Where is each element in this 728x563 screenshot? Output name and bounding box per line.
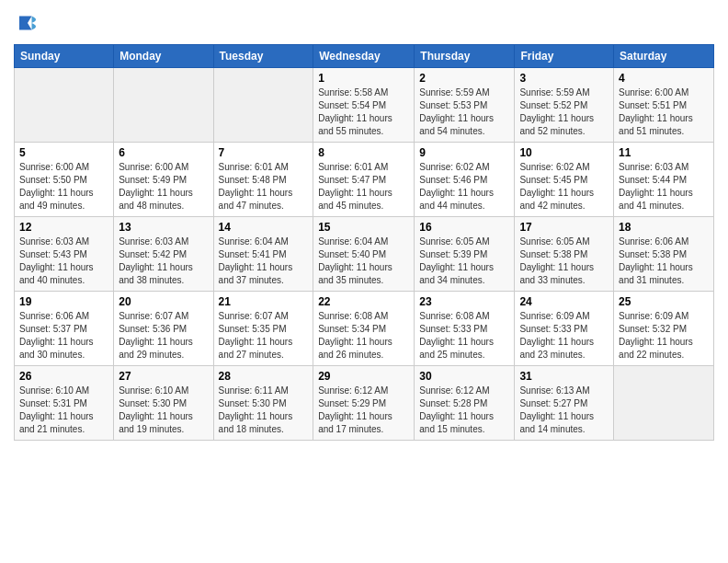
weekday-header-wednesday: Wednesday [313, 45, 415, 68]
weekday-header-thursday: Thursday [415, 45, 515, 68]
logo-icon [14, 9, 41, 37]
calendar-cell: 26Sunrise: 6:10 AMSunset: 5:31 PMDayligh… [15, 366, 114, 441]
day-info: Sunrise: 6:09 AMSunset: 5:32 PMDaylight:… [619, 310, 709, 362]
weekday-header-monday: Monday [114, 45, 213, 68]
day-info: Sunrise: 6:00 AMSunset: 5:50 PMDaylight:… [19, 161, 108, 213]
day-info: Sunrise: 6:03 AMSunset: 5:43 PMDaylight:… [19, 236, 108, 287]
calendar-cell: 5Sunrise: 6:00 AMSunset: 5:50 PMDaylight… [15, 143, 114, 217]
day-info: Sunrise: 6:07 AMSunset: 5:36 PMDaylight:… [119, 310, 208, 362]
day-number: 20 [119, 295, 208, 308]
calendar-cell: 31Sunrise: 6:13 AMSunset: 5:27 PMDayligh… [515, 366, 614, 441]
calendar-cell: 23Sunrise: 6:08 AMSunset: 5:33 PMDayligh… [415, 292, 515, 366]
calendar-cell: 20Sunrise: 6:07 AMSunset: 5:36 PMDayligh… [114, 292, 213, 366]
day-info: Sunrise: 5:59 AMSunset: 5:52 PMDaylight:… [519, 86, 609, 138]
day-info: Sunrise: 6:08 AMSunset: 5:33 PMDaylight:… [419, 310, 509, 362]
day-info: Sunrise: 6:11 AMSunset: 5:30 PMDaylight:… [219, 385, 309, 436]
calendar-cell: 27Sunrise: 6:10 AMSunset: 5:30 PMDayligh… [114, 366, 213, 441]
calendar-week-5: 26Sunrise: 6:10 AMSunset: 5:31 PMDayligh… [15, 366, 714, 441]
calendar-cell [15, 68, 114, 143]
day-info: Sunrise: 6:09 AMSunset: 5:33 PMDaylight:… [519, 310, 609, 362]
day-number: 31 [519, 370, 609, 383]
day-number: 13 [119, 221, 208, 234]
day-number: 5 [19, 146, 108, 159]
day-number: 28 [219, 370, 309, 383]
calendar-cell: 24Sunrise: 6:09 AMSunset: 5:33 PMDayligh… [515, 292, 614, 366]
calendar-cell: 2Sunrise: 5:59 AMSunset: 5:53 PMDaylight… [415, 68, 515, 143]
calendar-cell [213, 68, 313, 143]
calendar-cell: 1Sunrise: 5:58 AMSunset: 5:54 PMDaylight… [313, 68, 415, 143]
day-number: 9 [419, 146, 509, 159]
day-number: 26 [19, 370, 108, 383]
day-number: 10 [519, 146, 609, 159]
weekday-header-sunday: Sunday [15, 45, 114, 68]
weekday-header-tuesday: Tuesday [213, 45, 313, 68]
day-info: Sunrise: 6:03 AMSunset: 5:44 PMDaylight:… [619, 161, 709, 213]
calendar-cell: 25Sunrise: 6:09 AMSunset: 5:32 PMDayligh… [614, 292, 714, 366]
calendar-body: 1Sunrise: 5:58 AMSunset: 5:54 PMDaylight… [15, 68, 714, 441]
day-info: Sunrise: 6:13 AMSunset: 5:27 PMDaylight:… [519, 385, 609, 436]
logo [14, 9, 45, 37]
day-number: 18 [619, 221, 709, 234]
day-number: 27 [119, 370, 208, 383]
day-info: Sunrise: 6:07 AMSunset: 5:35 PMDaylight:… [219, 310, 309, 362]
day-info: Sunrise: 6:05 AMSunset: 5:39 PMDaylight:… [419, 236, 509, 287]
day-info: Sunrise: 6:01 AMSunset: 5:48 PMDaylight:… [219, 161, 309, 213]
calendar-cell: 29Sunrise: 6:12 AMSunset: 5:29 PMDayligh… [313, 366, 415, 441]
calendar-cell: 30Sunrise: 6:12 AMSunset: 5:28 PMDayligh… [415, 366, 515, 441]
day-number: 6 [119, 146, 208, 159]
day-number: 12 [19, 221, 108, 234]
calendar-cell: 28Sunrise: 6:11 AMSunset: 5:30 PMDayligh… [213, 366, 313, 441]
header [14, 9, 714, 37]
day-info: Sunrise: 6:12 AMSunset: 5:28 PMDaylight:… [419, 385, 509, 436]
calendar-cell: 15Sunrise: 6:04 AMSunset: 5:40 PMDayligh… [313, 217, 415, 292]
day-info: Sunrise: 6:10 AMSunset: 5:31 PMDaylight:… [19, 385, 108, 436]
calendar-header: SundayMondayTuesdayWednesdayThursdayFrid… [15, 45, 714, 68]
day-info: Sunrise: 6:04 AMSunset: 5:41 PMDaylight:… [219, 236, 309, 287]
day-info: Sunrise: 6:05 AMSunset: 5:38 PMDaylight:… [519, 236, 609, 287]
day-info: Sunrise: 6:08 AMSunset: 5:34 PMDaylight:… [318, 310, 409, 362]
calendar-cell: 9Sunrise: 6:02 AMSunset: 5:46 PMDaylight… [415, 143, 515, 217]
calendar-cell: 7Sunrise: 6:01 AMSunset: 5:48 PMDaylight… [213, 143, 313, 217]
calendar-week-1: 1Sunrise: 5:58 AMSunset: 5:54 PMDaylight… [15, 68, 714, 143]
calendar-cell: 16Sunrise: 6:05 AMSunset: 5:39 PMDayligh… [415, 217, 515, 292]
day-number: 29 [318, 370, 409, 383]
day-number: 2 [419, 72, 509, 85]
day-info: Sunrise: 6:00 AMSunset: 5:51 PMDaylight:… [619, 86, 709, 138]
day-info: Sunrise: 6:00 AMSunset: 5:49 PMDaylight:… [119, 161, 208, 213]
calendar-cell: 22Sunrise: 6:08 AMSunset: 5:34 PMDayligh… [313, 292, 415, 366]
day-number: 23 [419, 295, 509, 308]
calendar-cell [614, 366, 714, 441]
day-number: 3 [519, 72, 609, 85]
day-info: Sunrise: 6:10 AMSunset: 5:30 PMDaylight:… [119, 385, 208, 436]
day-info: Sunrise: 6:06 AMSunset: 5:37 PMDaylight:… [19, 310, 108, 362]
day-number: 17 [519, 221, 609, 234]
day-info: Sunrise: 5:59 AMSunset: 5:53 PMDaylight:… [419, 86, 509, 138]
day-info: Sunrise: 6:04 AMSunset: 5:40 PMDaylight:… [318, 236, 409, 287]
day-info: Sunrise: 6:12 AMSunset: 5:29 PMDaylight:… [318, 385, 409, 436]
calendar-cell: 11Sunrise: 6:03 AMSunset: 5:44 PMDayligh… [614, 143, 714, 217]
weekday-header-friday: Friday [515, 45, 614, 68]
calendar-cell: 19Sunrise: 6:06 AMSunset: 5:37 PMDayligh… [15, 292, 114, 366]
day-number: 11 [619, 146, 709, 159]
day-number: 24 [519, 295, 609, 308]
calendar-page: SundayMondayTuesdayWednesdayThursdayFrid… [0, 0, 728, 563]
weekday-header-row: SundayMondayTuesdayWednesdayThursdayFrid… [15, 45, 714, 68]
calendar-week-2: 5Sunrise: 6:00 AMSunset: 5:50 PMDaylight… [15, 143, 714, 217]
calendar-cell: 12Sunrise: 6:03 AMSunset: 5:43 PMDayligh… [15, 217, 114, 292]
day-info: Sunrise: 6:01 AMSunset: 5:47 PMDaylight:… [318, 161, 409, 213]
calendar-cell: 3Sunrise: 5:59 AMSunset: 5:52 PMDaylight… [515, 68, 614, 143]
day-number: 21 [219, 295, 309, 308]
day-number: 15 [318, 221, 409, 234]
calendar-week-3: 12Sunrise: 6:03 AMSunset: 5:43 PMDayligh… [15, 217, 714, 292]
day-number: 19 [19, 295, 108, 308]
day-info: Sunrise: 5:58 AMSunset: 5:54 PMDaylight:… [318, 86, 409, 138]
calendar-cell: 17Sunrise: 6:05 AMSunset: 5:38 PMDayligh… [515, 217, 614, 292]
calendar-cell: 6Sunrise: 6:00 AMSunset: 5:49 PMDaylight… [114, 143, 213, 217]
day-number: 1 [318, 72, 409, 85]
day-number: 25 [619, 295, 709, 308]
weekday-header-saturday: Saturday [614, 45, 714, 68]
calendar-cell: 18Sunrise: 6:06 AMSunset: 5:38 PMDayligh… [614, 217, 714, 292]
day-number: 14 [219, 221, 309, 234]
day-number: 8 [318, 146, 409, 159]
calendar-cell [114, 68, 213, 143]
